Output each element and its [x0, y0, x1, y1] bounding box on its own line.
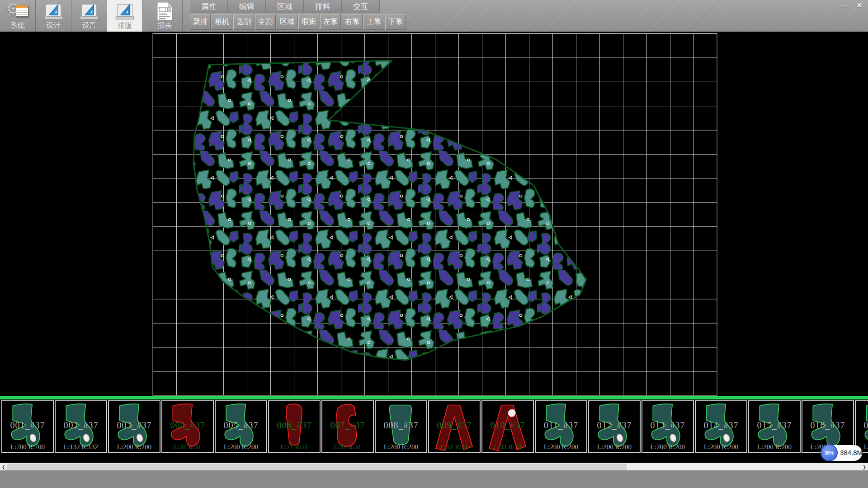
piece-id-label: 009_#37: [429, 420, 480, 431]
piece-thumbnail-cell[interactable]: 011_#37 L:200 R:200: [535, 400, 587, 453]
piece-id-label: 010_#37: [482, 420, 533, 431]
memory-amount-label: 384.8M: [840, 449, 863, 456]
action-button-row: 聚排相机选割全割区域瑕疵左靠右靠上靠下靠: [190, 14, 407, 30]
nesting-canvas-svg: [0, 32, 868, 396]
piece-lr-count: L:132 R:132: [56, 443, 106, 451]
action-button[interactable]: 选割: [233, 14, 254, 30]
toolbar-button-system-gear[interactable]: ⚙ 系统: [0, 0, 36, 32]
report-doc-icon: [154, 1, 175, 22]
menu-tab[interactable]: 属性: [190, 0, 228, 13]
piece-id-label: 014_#37: [696, 420, 746, 431]
scrollbar-thumb[interactable]: [7, 464, 627, 470]
menu-tab[interactable]: 交互: [342, 0, 380, 13]
toolbar-button-design-ruler[interactable]: 设计: [36, 0, 71, 32]
piece-thumbnail-cell[interactable]: 012_#37 L:200 R:200: [588, 400, 641, 453]
toolbar-button-settings-ruler[interactable]: 设置: [71, 0, 107, 32]
piece-id-label: 008_#37: [376, 420, 426, 431]
action-button[interactable]: 相机: [212, 14, 232, 30]
piece-thumbnail-cell[interactable]: 002_#37 L:132 R:132: [55, 400, 107, 453]
action-button[interactable]: 下靠: [385, 14, 406, 30]
toolbar-button-label: 设计: [46, 22, 61, 30]
piece-lr-count: L:200 R:200: [216, 443, 266, 451]
menu-tab[interactable]: 区域: [266, 0, 304, 13]
toolbar-button-label: 系统: [10, 22, 25, 30]
toolbar-button-label: 报表: [157, 22, 172, 30]
piece-thumbnail-cell[interactable]: 005_#37 L:200 R:200: [215, 400, 267, 453]
piece-id-label: 016_#37: [802, 420, 853, 431]
minimize-button[interactable]: —: [837, 1, 849, 10]
close-button[interactable]: ✕: [854, 1, 865, 10]
action-button[interactable]: 右靠: [342, 14, 363, 30]
piece-thumbnail-cell[interactable]: 009_#37 L:32 R:31: [428, 400, 481, 453]
piece-lr-count: L:31 R:31: [322, 443, 373, 451]
menu-tab[interactable]: 排料: [304, 0, 342, 13]
piece-lr-count: L:32 R:31: [429, 443, 480, 451]
piece-id-label: 006_#37: [269, 420, 320, 431]
piece-thumbnail-cell[interactable]: 010_#37 L:33 R:33: [481, 400, 534, 453]
toolbar-button-nesting-ruler[interactable]: 排版: [107, 0, 143, 32]
scroll-left-arrow-icon[interactable]: ❮: [0, 463, 7, 470]
piece-id-label: 017_#37: [856, 420, 868, 431]
piece-id-label: 003_#37: [109, 420, 160, 431]
piece-lr-count: L:200 R:200: [696, 443, 746, 451]
piece-lr-count: L:31 R:31: [162, 443, 213, 451]
piece-lr-count: L:200 R:200: [642, 443, 693, 451]
piece-id-label: 015_#37: [749, 420, 800, 431]
app-window: ⚙ 系统 设计 设置: [0, 0, 868, 488]
piece-thumbnail-cell[interactable]: 015_#37 L:200 R:200: [748, 400, 801, 453]
piece-id-label: 005_#37: [216, 420, 266, 431]
piece-lr-count: L:200 R:200: [109, 443, 160, 451]
menu-tab[interactable]: 编辑: [228, 0, 266, 13]
piece-id-label: 002_#37: [56, 420, 106, 431]
toolbar-button-report-doc[interactable]: 报表: [146, 0, 183, 32]
action-button[interactable]: 瑕疵: [298, 14, 319, 30]
piece-thumbnail-strip: 001_#37 L:700 R:700 002_#37 L:132 R:132 …: [0, 399, 868, 454]
piece-lr-count: L:200 R:200: [749, 443, 800, 451]
design-ruler-icon: [42, 1, 65, 22]
settings-ruler-icon: [78, 1, 100, 22]
action-button[interactable]: 上靠: [363, 14, 384, 30]
piece-id-label: 012_#37: [589, 420, 640, 431]
action-button[interactable]: 区域: [277, 14, 297, 30]
action-button[interactable]: 左靠: [320, 14, 341, 30]
nesting-ruler-icon: [113, 1, 136, 22]
piece-thumbnail-cell[interactable]: 013_#37 L:200 R:200: [642, 400, 694, 453]
piece-thumbnail-cell[interactable]: 006_#37 L:21 R:21: [268, 400, 321, 453]
memory-percent-indicator: 38%: [821, 444, 838, 461]
piece-lr-count: L:700 R:700: [2, 443, 53, 451]
action-button[interactable]: 聚排: [190, 14, 211, 30]
action-button[interactable]: 全割: [255, 14, 276, 30]
piece-thumbnail-cell[interactable]: 003_#37 L:200 R:200: [108, 400, 160, 453]
main-button-group: ⚙ 系统 设计 设置: [0, 0, 183, 32]
menu-area: 属性编辑区域排料交互 聚排相机选割全割区域瑕疵左靠右靠上靠下靠: [190, 0, 407, 30]
main-toolbar: ⚙ 系统 设计 设置: [0, 0, 868, 32]
piece-lr-count: L:200 R:200: [589, 443, 640, 451]
piece-lr-count: L:200 R:200: [536, 443, 586, 451]
strip-separator: [0, 396, 868, 399]
window-controls: — ✕: [837, 1, 865, 10]
piece-thumbnail-cell[interactable]: 017_#37 L:200 R:200: [855, 400, 868, 453]
strip-gap: [0, 454, 868, 463]
piece-id-label: 011_#37: [536, 420, 586, 431]
piece-thumbnail-cell[interactable]: 008_#37 L:200 R:200: [375, 400, 427, 453]
toolbar-button-label: 排版: [118, 22, 132, 30]
piece-id-label: 013_#37: [642, 420, 693, 431]
piece-lr-count: L:200 R:200: [376, 443, 426, 451]
table-doc-icon: [16, 5, 28, 17]
menu-tab-row: 属性编辑区域排料交互: [190, 0, 407, 13]
piece-id-label: 001_#37: [2, 420, 53, 431]
piece-lr-count: L:33 R:33: [482, 443, 533, 451]
piece-thumbnail-cell[interactable]: 014_#37 L:200 R:200: [695, 400, 747, 453]
nesting-canvas[interactable]: [0, 32, 868, 396]
toolbar-button-label: 设置: [82, 22, 96, 30]
memory-usage-badge: 38% 384.8M: [821, 445, 862, 461]
piece-lr-count: L:21 R:21: [269, 443, 320, 451]
piece-thumbnail-cell[interactable]: 007_#37 L:31 R:31: [321, 400, 374, 453]
piece-thumbnail-cell[interactable]: 004_#37 L:31 R:31: [161, 400, 214, 453]
piece-id-label: 004_#37: [162, 420, 213, 431]
piece-thumbnail-cell[interactable]: 001_#37 L:700 R:700: [1, 400, 54, 453]
scroll-right-arrow-icon[interactable]: ❯: [861, 463, 868, 470]
status-bar: [0, 470, 868, 488]
piece-id-label: 007_#37: [322, 420, 373, 431]
horizontal-scrollbar[interactable]: ❮ ❯: [0, 463, 868, 470]
